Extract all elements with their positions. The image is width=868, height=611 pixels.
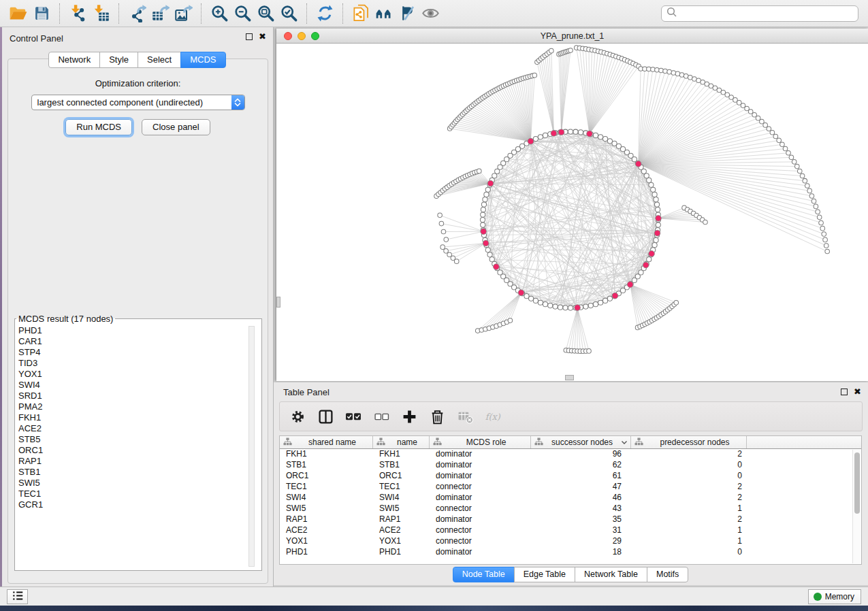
mcds-result-item[interactable]: STP4 — [18, 347, 246, 358]
table-row[interactable]: PHD1PHD1dominator180 — [280, 547, 852, 558]
network-graph[interactable] — [276, 44, 868, 381]
mcds-result-list[interactable]: PHD1CAR1STP4TID3YOX1SWI4SRD1PMA2FKH1ACE2… — [18, 325, 246, 567]
toolbar-separator — [201, 3, 202, 24]
network-window-titlebar[interactable]: YPA_prune.txt_1 — [276, 29, 868, 44]
sort-descending-icon — [621, 437, 628, 447]
table-cell: 1 — [631, 503, 747, 514]
binoculars-icon[interactable] — [372, 3, 396, 24]
tab-motifs[interactable]: Motifs — [647, 567, 688, 582]
mcds-result-item[interactable]: TEC1 — [18, 489, 246, 499]
table-cell: FKH1 — [280, 449, 373, 460]
mcds-result-item[interactable]: STB5 — [18, 434, 246, 445]
table-cell: SWI4 — [373, 493, 430, 503]
scrollbar-thumb[interactable] — [854, 452, 860, 514]
table-cell: SWI5 — [280, 503, 373, 514]
table-cell: 96 — [531, 449, 631, 460]
mcds-result-item[interactable]: RAP1 — [18, 456, 246, 467]
task-history-button[interactable] — [7, 589, 28, 604]
tab-edge-table[interactable]: Edge Table — [514, 567, 575, 582]
tab-style[interactable]: Style — [99, 52, 138, 68]
tab-select[interactable]: Select — [138, 52, 181, 68]
table-row[interactable]: RAP1RAP1dominator352 — [280, 514, 852, 525]
table-cell: 0 — [631, 471, 747, 482]
deselect-all-checkboxes-icon[interactable] — [373, 408, 389, 425]
mcds-result-item[interactable]: GCR1 — [18, 499, 246, 510]
flag-icon[interactable] — [396, 3, 419, 24]
memory-button[interactable]: Memory — [808, 589, 861, 604]
mcds-result-item[interactable]: PHD1 — [18, 325, 246, 336]
close-panel-icon[interactable]: ✖ — [854, 389, 861, 395]
mcds-result-item[interactable]: STB1 — [18, 467, 246, 478]
select-all-checkboxes-icon[interactable] — [345, 408, 361, 425]
toolbar-separator — [118, 3, 119, 24]
tab-mcds[interactable]: MCDS — [180, 52, 225, 68]
splitter-handle-left[interactable] — [276, 297, 280, 308]
criterion-dropdown[interactable]: largest connected component (undirected) — [31, 95, 245, 110]
zoom-in-icon[interactable] — [208, 3, 231, 24]
zoom-fit-icon[interactable] — [254, 3, 277, 24]
mcds-result-item[interactable]: SRD1 — [18, 391, 246, 401]
delete-column-icon[interactable] — [429, 408, 445, 425]
function-builder-icon-disabled: f(x) — [485, 408, 501, 425]
table-row[interactable]: SWI5SWI5connector431 — [280, 503, 852, 514]
mcds-result-item[interactable]: PMA2 — [18, 401, 246, 412]
float-panel-icon[interactable] — [841, 389, 848, 395]
table-row[interactable]: ORC1ORC1dominator610 — [280, 471, 852, 482]
eye-icon[interactable] — [419, 3, 442, 24]
run-mcds-button[interactable]: Run MCDS — [65, 119, 132, 135]
table-row[interactable]: SWI4SWI4dominator462 — [280, 493, 852, 503]
mcds-result-scrollbar[interactable] — [248, 326, 255, 567]
close-panel-icon[interactable]: ✖ — [259, 33, 266, 40]
mcds-result-item[interactable]: SWI5 — [18, 478, 246, 489]
table-row[interactable]: TEC1TEC1connector472 — [280, 482, 852, 493]
table-row[interactable]: FKH1FKH1dominator962 — [280, 449, 852, 460]
mcds-result-item[interactable]: TID3 — [18, 358, 246, 369]
export-image-icon[interactable] — [172, 3, 195, 24]
close-panel-button[interactable]: Close panel — [142, 119, 210, 135]
tab-network[interactable]: Network — [48, 52, 100, 68]
mcds-result-item[interactable]: ACE2 — [18, 423, 246, 434]
show-columns-icon[interactable] — [317, 408, 334, 425]
table-cell: 18 — [531, 547, 631, 558]
import-network-icon[interactable] — [66, 3, 89, 24]
table-row[interactable]: YOX1YOX1connector291 — [280, 536, 852, 547]
tab-node-table[interactable]: Node Table — [453, 567, 515, 582]
add-column-icon[interactable] — [401, 408, 417, 425]
column-header-predecessor-nodes[interactable]: predecessor nodes — [631, 436, 747, 448]
column-header-successor-nodes[interactable]: successor nodes — [531, 436, 631, 448]
mcds-result-item[interactable]: ORC1 — [18, 445, 246, 456]
splitter-handle-bottom[interactable] — [565, 375, 574, 380]
import-table-icon[interactable] — [89, 3, 112, 24]
mcds-result-item[interactable]: SWI4 — [18, 380, 246, 391]
column-header-name[interactable]: name — [373, 436, 430, 448]
mcds-result-item[interactable]: FKH1 — [18, 412, 246, 423]
search-input[interactable] — [677, 9, 854, 18]
export-network-icon[interactable] — [125, 3, 148, 24]
network-from-document-icon[interactable] — [349, 3, 372, 24]
zoom-selected-icon[interactable] — [277, 3, 300, 24]
column-header-MCDS-role[interactable]: MCDS role — [430, 436, 531, 448]
table-row[interactable]: STB1STB1dominator620 — [280, 460, 852, 471]
criterion-value: largest connected component (undirected) — [32, 97, 231, 108]
toolbar-separator — [342, 3, 343, 24]
table-cell: SWI5 — [373, 503, 430, 514]
network-canvas[interactable] — [276, 44, 868, 381]
zoom-out-icon[interactable] — [231, 3, 254, 24]
table-cell: dominator — [430, 449, 531, 460]
table-header-row: shared namenameMCDS rolesuccessor nodesp… — [280, 436, 861, 449]
column-header-shared-name[interactable]: shared name — [280, 436, 373, 448]
open-file-icon[interactable] — [7, 3, 30, 24]
table-row[interactable]: ACE2ACE2connector311 — [280, 525, 852, 536]
mcds-result-item[interactable]: YOX1 — [18, 369, 246, 380]
mcds-result-item[interactable]: CAR1 — [18, 336, 246, 347]
refresh-layout-icon[interactable] — [313, 3, 336, 24]
table-panel-header: Table Panel ✖ — [274, 382, 868, 400]
attribute-type-icon — [283, 437, 292, 448]
save-session-icon[interactable] — [30, 3, 53, 24]
export-table-icon[interactable] — [148, 3, 172, 24]
tab-network-table[interactable]: Network Table — [575, 567, 647, 582]
float-panel-icon[interactable] — [246, 33, 253, 40]
table-scrollbar[interactable] — [852, 450, 861, 563]
table-cell: PHD1 — [373, 547, 430, 558]
table-settings-gear-icon[interactable] — [289, 408, 306, 425]
